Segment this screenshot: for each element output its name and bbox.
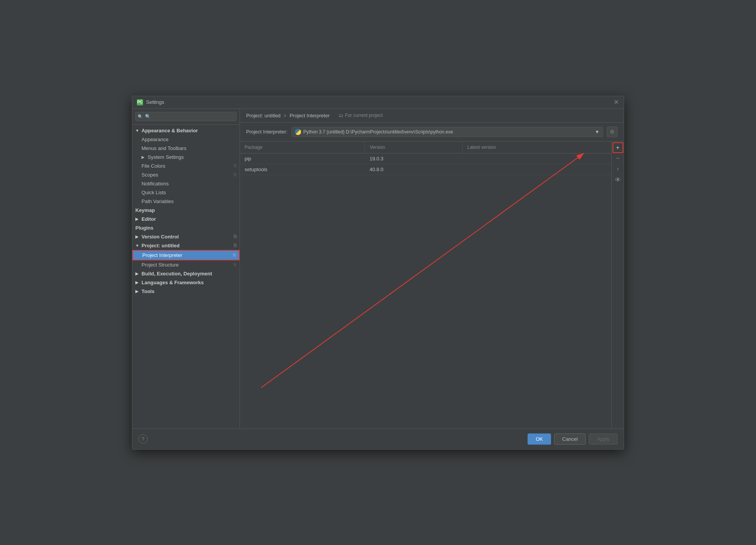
dialog-title: Settings	[146, 99, 164, 105]
arrow-overlay	[240, 142, 611, 428]
close-button[interactable]: ✕	[613, 99, 619, 105]
copy-icon: ⎘	[233, 252, 236, 258]
remove-icon: −	[616, 155, 619, 162]
ok-button[interactable]: OK	[528, 433, 551, 445]
interpreter-select[interactable]: Python 3.7 (untitled) D:\PycharmProjects…	[291, 127, 603, 137]
cell-version: 19.0.3	[365, 153, 463, 164]
for-project-icon: 🗂	[339, 113, 343, 118]
sidebar-label: Quick Lists	[142, 190, 166, 195]
sidebar-item-project-untitled[interactable]: ▼ Project: untitled ⎘	[132, 241, 240, 250]
search-box: 🔍	[132, 109, 240, 125]
upgrade-icon: ↑	[616, 166, 619, 173]
sidebar-item-appearance[interactable]: Appearance	[132, 135, 240, 144]
arrow-line	[261, 153, 584, 388]
sidebar-item-project-structure[interactable]: Project Structure ⎘	[132, 260, 240, 269]
sidebar-label: Project Interpreter	[142, 252, 182, 258]
tree-arrow-icon: ▼	[135, 128, 140, 133]
breadcrumb-separator: >	[284, 113, 287, 118]
search-wrap: 🔍	[135, 112, 236, 121]
add-package-button[interactable]: +	[613, 142, 623, 153]
packages-table-wrap: Package Version Latest version pip 19.0.…	[240, 142, 611, 428]
bottom-left: ?	[138, 434, 148, 443]
copy-icon: ⎘	[234, 262, 236, 267]
interpreter-gear-button[interactable]: ⚙	[607, 127, 618, 137]
breadcrumb-bar: Project: untitled > Project Interpreter …	[240, 109, 624, 123]
tree-arrow-icon: ▶	[135, 280, 140, 285]
sidebar-item-build-execution[interactable]: ▶ Build, Execution, Deployment	[132, 269, 240, 278]
cell-latest	[463, 164, 611, 175]
table-header-row: Package Version Latest version	[240, 142, 611, 153]
search-input[interactable]	[135, 112, 236, 121]
tree-arrow-icon: ▶	[135, 272, 140, 276]
upgrade-package-button[interactable]: ↑	[613, 164, 623, 175]
sidebar-label: Version Control	[142, 234, 179, 240]
apply-button[interactable]: Apply	[589, 433, 618, 445]
sidebar-item-keymap[interactable]: Keymap	[132, 206, 240, 215]
sidebar: 🔍 ▼ Appearance & Behavior Appearance Men…	[132, 109, 240, 428]
tree-arrow-icon: ▼	[135, 243, 140, 248]
cell-version: 40.8.0	[365, 164, 463, 175]
sidebar-label: System Settings	[148, 154, 184, 160]
sidebar-item-version-control[interactable]: ▶ Version Control ⎘	[132, 232, 240, 241]
interpreter-value: Python 3.7 (untitled) D:\PycharmProjects…	[303, 129, 453, 135]
settings-dialog: PC Settings ✕ 🔍 ▼ Appearance & Behavior …	[132, 96, 624, 450]
col-package: Package	[240, 142, 365, 153]
col-version: Version	[365, 142, 463, 153]
sidebar-label: Project Structure	[142, 262, 179, 268]
sidebar-label: Path Variables	[142, 198, 174, 204]
main-content: 🔍 ▼ Appearance & Behavior Appearance Men…	[132, 109, 624, 428]
sidebar-item-editor[interactable]: ▶ Editor	[132, 215, 240, 223]
sidebar-label: Tools	[142, 288, 155, 294]
sidebar-item-notifications[interactable]: Notifications	[132, 179, 240, 188]
title-bar-left: PC Settings	[137, 99, 164, 105]
cell-package: pip	[240, 153, 365, 164]
sidebar-label: Notifications	[142, 181, 169, 187]
sidebar-item-scopes[interactable]: Scopes ⎘	[132, 170, 240, 179]
sidebar-label: Scopes	[142, 172, 158, 178]
sidebar-tree: ▼ Appearance & Behavior Appearance Menus…	[132, 125, 240, 428]
sidebar-label: Editor	[142, 216, 156, 222]
sidebar-item-tools[interactable]: ▶ Tools	[132, 287, 240, 296]
sidebar-label: Plugins	[135, 225, 153, 231]
copy-icon: ⎘	[234, 234, 236, 239]
help-button[interactable]: ?	[138, 434, 148, 443]
sidebar-item-quick-lists[interactable]: Quick Lists	[132, 188, 240, 197]
sidebar-item-system-settings[interactable]: ▶ System Settings	[132, 153, 240, 162]
bottom-bar: ? OK Cancel Apply	[132, 428, 624, 449]
table-row[interactable]: pip 19.0.3	[240, 153, 611, 164]
table-row[interactable]: setuptools 40.8.0	[240, 164, 611, 175]
copy-icon: ⎘	[234, 163, 236, 168]
title-bar: PC Settings ✕	[132, 96, 624, 109]
sidebar-item-project-interpreter[interactable]: Project Interpreter ⎘	[132, 250, 240, 260]
remove-package-button[interactable]: −	[613, 153, 623, 164]
dropdown-arrow-icon: ▼	[595, 129, 599, 135]
tree-arrow-icon: ▶	[135, 217, 140, 221]
sidebar-item-file-colors[interactable]: File Colors ⎘	[132, 162, 240, 170]
sidebar-item-path-variables[interactable]: Path Variables	[132, 197, 240, 206]
sidebar-item-menus-toolbars[interactable]: Menus and Toolbars	[132, 144, 240, 153]
gear-icon: ⚙	[610, 129, 614, 135]
sidebar-item-plugins[interactable]: Plugins	[132, 223, 240, 232]
sidebar-item-appearance-behavior[interactable]: ▼ Appearance & Behavior	[132, 126, 240, 135]
copy-icon: ⎘	[234, 243, 236, 248]
show-options-button[interactable]: 👁	[613, 175, 623, 185]
tree-arrow-icon: ▶	[142, 155, 146, 159]
sidebar-label: File Colors	[142, 163, 165, 169]
sidebar-label: Appearance & Behavior	[142, 128, 198, 133]
interpreter-label: Project Interpreter:	[246, 129, 288, 135]
col-latest-version: Latest version	[463, 142, 611, 153]
copy-icon: ⎘	[234, 172, 236, 177]
sidebar-item-languages-frameworks[interactable]: ▶ Languages & Frameworks	[132, 278, 240, 287]
cancel-button[interactable]: Cancel	[554, 433, 586, 445]
search-icon: 🔍	[138, 114, 143, 119]
tree-arrow-icon: ▶	[135, 289, 140, 293]
bottom-right: OK Cancel Apply	[528, 433, 618, 445]
for-current-project-btn[interactable]: 🗂 For current project	[339, 113, 383, 118]
breadcrumb-current: Project Interpreter	[290, 113, 330, 118]
sidebar-label: Appearance	[142, 137, 168, 142]
packages-container: Package Version Latest version pip 19.0.…	[240, 142, 624, 428]
right-panel: Project: untitled > Project Interpreter …	[240, 109, 624, 428]
interpreter-bar: Project Interpreter: Python 3.7 (untitle…	[240, 123, 624, 142]
sidebar-label: Languages & Frameworks	[142, 280, 204, 285]
sidebar-label: Build, Execution, Deployment	[142, 271, 212, 277]
